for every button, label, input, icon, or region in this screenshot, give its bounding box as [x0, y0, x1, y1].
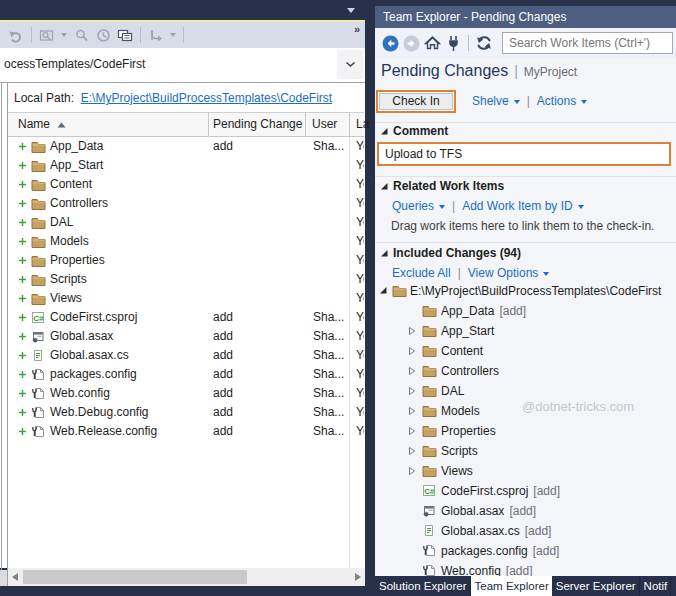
expander-collapsed-icon[interactable] — [408, 446, 416, 456]
back-icon[interactable] — [380, 31, 401, 55]
actions-dropdown-icon[interactable] — [581, 100, 587, 104]
dock-tab-solution-explorer[interactable]: Solution Explorer — [375, 576, 471, 596]
tree-item[interactable]: Scripts — [375, 441, 676, 461]
undo-icon[interactable] — [5, 24, 27, 46]
home-icon[interactable] — [422, 31, 443, 55]
scroll-right-arrow[interactable] — [355, 573, 361, 581]
expander-collapsed-icon[interactable] — [408, 466, 416, 476]
comment-section-header[interactable]: Comment — [393, 124, 448, 138]
file-row[interactable]: Web.configaddSha...Ye — [8, 384, 364, 403]
tree-item[interactable]: DAL — [375, 381, 676, 401]
file-row[interactable]: App_DataaddSha...Ye — [8, 137, 364, 156]
compare-icon[interactable] — [114, 24, 136, 46]
dock-tab-server-explorer[interactable]: Server Explorer — [552, 576, 640, 596]
tree-item-label: packages.config[add] — [441, 541, 559, 561]
toolbar-overflow-icon[interactable]: » — [354, 23, 360, 35]
included-changes-header[interactable]: Included Changes (94) — [393, 246, 521, 260]
file-row[interactable]: ModelsYe — [8, 232, 364, 251]
file-row[interactable]: ScriptsYe — [8, 270, 364, 289]
tree-item[interactable]: App_Start — [375, 321, 676, 341]
folder-icon — [31, 254, 46, 267]
file-row[interactable]: Global.asaxaddSha...Ye — [8, 327, 364, 346]
branch-dropdown-icon[interactable] — [170, 33, 176, 37]
search-icon[interactable] — [70, 24, 92, 46]
file-row[interactable]: ViewsYe — [8, 289, 364, 308]
search-work-items-input[interactable] — [502, 32, 673, 54]
file-row[interactable]: Global.asax.csaddSha...Ye — [8, 346, 364, 365]
tree-item[interactable]: App_Data[add] — [375, 301, 676, 321]
related-section-expander-icon[interactable] — [380, 182, 389, 191]
tree-item[interactable]: packages.config[add] — [375, 541, 676, 561]
scroll-left-arrow[interactable] — [12, 573, 18, 581]
branch-icon[interactable] — [145, 24, 167, 46]
tree-item[interactable]: Views — [375, 461, 676, 481]
expander-collapsed-icon[interactable] — [408, 386, 416, 396]
tree-item[interactable]: Web.config[add] — [375, 561, 676, 576]
tree-item[interactable]: Content — [375, 341, 676, 361]
plug-icon[interactable] — [443, 31, 464, 55]
column-header-pending-change[interactable]: Pending Change — [213, 113, 302, 136]
window-menu-chevron-icon[interactable] — [347, 8, 355, 13]
tree-item-label: Web.config[add] — [441, 561, 533, 576]
expander-collapsed-icon[interactable] — [408, 406, 416, 416]
file-row[interactable]: C#CodeFirst.csprojaddSha...Ye — [8, 308, 364, 327]
shelve-button[interactable]: Shelve — [472, 94, 509, 108]
team-explorer-titlebar[interactable]: Team Explorer - Pending Changes — [375, 6, 676, 28]
expander-collapsed-icon[interactable] — [408, 426, 416, 436]
tree-item[interactable]: Global.asax.cs[add] — [375, 521, 676, 541]
view-options-link[interactable]: View Options — [468, 266, 538, 280]
comment-input[interactable] — [377, 142, 671, 166]
find-box-icon[interactable] — [36, 24, 58, 46]
column-header-user[interactable]: User — [312, 113, 337, 136]
add-work-item-dropdown-icon[interactable] — [578, 205, 584, 209]
shelve-dropdown-icon[interactable] — [514, 100, 520, 104]
refresh-icon[interactable] — [473, 31, 494, 55]
dock-tab-notif[interactable]: Notif — [640, 576, 672, 596]
source-location-combobox[interactable]: ocessTemplates/CodeFirst — [0, 48, 365, 83]
pending-add-badge: [add] — [525, 524, 552, 538]
file-row[interactable]: App_StartYe — [8, 156, 364, 175]
source-control-explorer-panel: » ocessTemplates/CodeFirst Local Path: E… — [0, 0, 365, 596]
file-row[interactable]: DALYe — [8, 213, 364, 232]
find-box-dropdown-icon[interactable] — [61, 33, 67, 37]
expander-collapsed-icon[interactable] — [408, 366, 416, 376]
tree-item[interactable]: Global.asax[add] — [375, 501, 676, 521]
expander-expanded-icon[interactable] — [379, 286, 388, 295]
tree-item[interactable]: C#CodeFirst.csproj[add] — [375, 481, 676, 501]
folder-icon — [422, 464, 437, 477]
queries-dropdown-icon[interactable] — [439, 205, 445, 209]
user-value: Sha... — [313, 365, 344, 384]
queries-link[interactable]: Queries — [392, 199, 434, 213]
view-options-dropdown-icon[interactable] — [543, 272, 549, 276]
file-row[interactable]: PropertiesYe — [8, 251, 364, 270]
expander-collapsed-icon[interactable] — [408, 346, 416, 356]
tree-item[interactable]: Properties — [375, 421, 676, 441]
dock-tab-team-explorer[interactable]: Team Explorer — [471, 576, 552, 596]
file-row[interactable]: ControllersYe — [8, 194, 364, 213]
local-path-link[interactable]: E:\MyProject\BuildProcessTemplates\CodeF… — [81, 91, 332, 105]
tree-root-item[interactable]: E:\MyProject\BuildProcessTemplates\CodeF… — [375, 281, 676, 301]
forward-icon[interactable] — [401, 31, 422, 55]
column-header-last[interactable]: La — [356, 113, 369, 136]
file-row[interactable]: ContentYe — [8, 175, 364, 194]
file-row[interactable]: packages.configaddSha...Ye — [8, 365, 364, 384]
column-header-name[interactable]: Name — [18, 113, 66, 136]
toolbar-separator — [468, 35, 469, 51]
exclude-all-link[interactable]: Exclude All — [392, 266, 451, 280]
included-section-expander-icon[interactable] — [380, 249, 389, 258]
related-work-items-header[interactable]: Related Work Items — [393, 179, 504, 193]
tree-item[interactable]: Controllers — [375, 361, 676, 381]
file-row[interactable]: Web.Release.configaddSha...Ye — [8, 422, 364, 441]
expander-collapsed-icon[interactable] — [408, 326, 416, 336]
folder-icon — [422, 404, 437, 417]
actions-button[interactable]: Actions — [537, 94, 576, 108]
comment-section-expander-icon[interactable] — [380, 127, 389, 136]
history-icon[interactable] — [92, 24, 114, 46]
check-in-button[interactable]: Check In — [376, 90, 456, 113]
combobox-dropdown-button[interactable] — [337, 50, 363, 79]
add-work-item-link[interactable]: Add Work Item by ID — [462, 199, 572, 213]
file-row[interactable]: Web.Debug.configaddSha...Ye — [8, 403, 364, 422]
horizontal-scrollbar[interactable] — [8, 568, 365, 586]
scrollbar-thumb[interactable] — [23, 570, 247, 584]
file-name: Web.Release.config — [50, 422, 157, 441]
